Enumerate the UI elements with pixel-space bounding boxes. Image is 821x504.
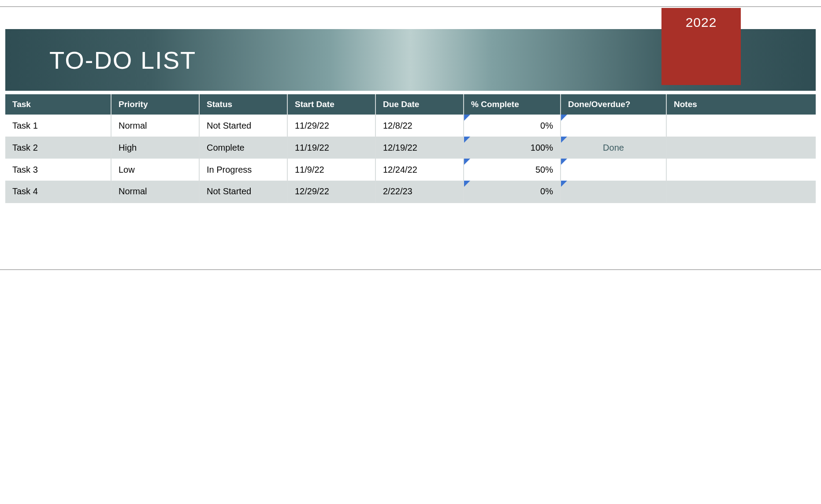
cell-start[interactable]: 12/29/22 [287, 181, 375, 203]
banner: 2022 TO-DO LIST [5, 7, 816, 86]
todo-table-body: Task 1 Normal Not Started 11/29/22 12/8/… [5, 115, 816, 203]
cell-priority[interactable]: Normal [111, 115, 199, 137]
year-text: 2022 [686, 15, 717, 30]
cell-task[interactable]: Task 2 [5, 137, 111, 159]
cell-notes[interactable] [666, 159, 816, 181]
cell-due[interactable]: 12/19/22 [375, 137, 464, 159]
cell-status[interactable]: Not Started [199, 181, 287, 203]
cell-priority[interactable]: Normal [111, 181, 199, 203]
todo-table: Task Priority Status Start Date Due Date… [5, 94, 816, 203]
cell-pct[interactable]: 0% [464, 115, 561, 137]
cell-pct[interactable]: 50% [464, 159, 561, 181]
cell-due[interactable]: 12/8/22 [375, 115, 464, 137]
cell-status[interactable]: Complete [199, 137, 287, 159]
cell-pct[interactable]: 0% [464, 181, 561, 203]
cell-pct[interactable]: 100% [464, 137, 561, 159]
col-header-task[interactable]: Task [5, 94, 111, 115]
cell-status[interactable]: Not Started [199, 115, 287, 137]
col-header-due[interactable]: Due Date [375, 94, 464, 115]
cell-done[interactable]: Done [561, 137, 666, 159]
cell-task[interactable]: Task 4 [5, 181, 111, 203]
cell-task[interactable]: Task 1 [5, 115, 111, 137]
cell-status[interactable]: In Progress [199, 159, 287, 181]
cell-start[interactable]: 11/9/22 [287, 159, 375, 181]
cell-notes[interactable] [666, 115, 816, 137]
cell-due[interactable]: 12/24/22 [375, 159, 464, 181]
cell-start[interactable]: 11/29/22 [287, 115, 375, 137]
bottom-rule [0, 269, 821, 270]
cell-due[interactable]: 2/22/23 [375, 181, 464, 203]
top-rule [0, 0, 821, 7]
cell-done[interactable] [561, 115, 666, 137]
table-row: Task 1 Normal Not Started 11/29/22 12/8/… [5, 115, 816, 137]
col-header-priority[interactable]: Priority [111, 94, 199, 115]
cell-priority[interactable]: Low [111, 159, 199, 181]
cell-priority[interactable]: High [111, 137, 199, 159]
table-row: Task 3 Low In Progress 11/9/22 12/24/22 … [5, 159, 816, 181]
cell-notes[interactable] [666, 181, 816, 203]
page-title: TO-DO LIST [49, 46, 196, 74]
col-header-done[interactable]: Done/Overdue? [561, 94, 666, 115]
col-header-pct[interactable]: % Complete [464, 94, 561, 115]
table-row: Task 2 High Complete 11/19/22 12/19/22 1… [5, 137, 816, 159]
cell-notes[interactable] [666, 137, 816, 159]
cell-done[interactable] [561, 181, 666, 203]
page: 2022 TO-DO LIST Task Priority Status Sta… [0, 0, 821, 270]
cell-done[interactable] [561, 159, 666, 181]
year-badge: 2022 [661, 8, 741, 85]
col-header-status[interactable]: Status [199, 94, 287, 115]
cell-start[interactable]: 11/19/22 [287, 137, 375, 159]
col-header-notes[interactable]: Notes [666, 94, 816, 115]
table-row: Task 4 Normal Not Started 12/29/22 2/22/… [5, 181, 816, 203]
col-header-start[interactable]: Start Date [287, 94, 375, 115]
todo-table-header: Task Priority Status Start Date Due Date… [5, 94, 816, 115]
cell-task[interactable]: Task 3 [5, 159, 111, 181]
